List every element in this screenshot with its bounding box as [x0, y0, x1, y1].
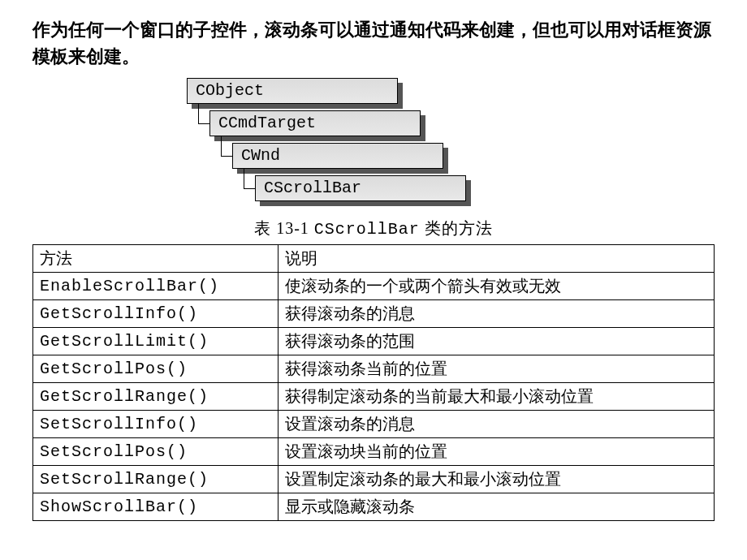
table-row: SetScrollRange()设置制定滚动条的最大和最小滚动位置 [33, 466, 715, 493]
method-cell: GetScrollPos() [33, 355, 279, 383]
table-row: EnableScrollBar()使滚动条的一个或两个箭头有效或无效 [33, 273, 715, 300]
method-cell: SetScrollPos() [33, 438, 279, 466]
hierarchy-label: CScrollBar [255, 175, 466, 201]
table-row: GetScrollRange()获得制定滚动条的当前最大和最小滚动位置 [33, 383, 715, 411]
method-cell: GetScrollLimit() [33, 328, 279, 355]
desc-cell: 获得滚动条的范围 [279, 328, 715, 355]
caption-suffix: 类的方法 [420, 219, 493, 237]
table-row: GetScrollInfo()获得滚动条的消息 [33, 300, 715, 328]
hierarchy-node: CWnd [232, 143, 443, 169]
hierarchy-label: CCmdTarget [209, 110, 421, 136]
hierarchy-label: CWnd [232, 143, 443, 169]
table-row: ShowScrollBar()显示或隐藏滚动条 [33, 493, 715, 521]
desc-cell: 显示或隐藏滚动条 [279, 493, 715, 521]
table-caption: 表 13-1 CScrollBar 类的方法 [32, 218, 715, 239]
desc-cell: 获得滚动条的消息 [279, 300, 715, 328]
methods-table: 方法 说明 EnableScrollBar()使滚动条的一个或两个箭头有效或无效… [32, 244, 715, 521]
caption-prefix: 表 13-1 [254, 219, 314, 237]
class-hierarchy-diagram: CObject CCmdTarget CWnd CScrollBar [187, 78, 560, 201]
col-desc-header: 说明 [279, 245, 715, 273]
intro-paragraph: 作为任何一个窗口的子控件，滚动条可以通过通知代码来创建，但也可以用对话框资源模板… [32, 16, 715, 70]
hierarchy-node: CObject [187, 78, 398, 104]
method-cell: GetScrollRange() [33, 383, 279, 411]
method-cell: EnableScrollBar() [33, 273, 279, 300]
method-cell: SetScrollInfo() [33, 411, 279, 438]
hierarchy-node: CScrollBar [255, 175, 466, 201]
desc-cell: 设置滚动块当前的位置 [279, 438, 715, 466]
method-cell: GetScrollInfo() [33, 300, 279, 328]
col-method-header: 方法 [33, 245, 279, 273]
method-cell: SetScrollRange() [33, 466, 279, 493]
desc-cell: 获得制定滚动条的当前最大和最小滚动位置 [279, 383, 715, 411]
table-row: SetScrollPos()设置滚动块当前的位置 [33, 438, 715, 466]
table-row: SetScrollInfo()设置滚动条的消息 [33, 411, 715, 438]
desc-cell: 获得滚动条当前的位置 [279, 355, 715, 383]
method-cell: ShowScrollBar() [33, 493, 279, 521]
hierarchy-label: CObject [187, 78, 398, 104]
hierarchy-node: CCmdTarget [209, 110, 421, 136]
desc-cell: 设置滚动条的消息 [279, 411, 715, 438]
desc-cell: 设置制定滚动条的最大和最小滚动位置 [279, 466, 715, 493]
desc-cell: 使滚动条的一个或两个箭头有效或无效 [279, 273, 715, 300]
table-row: GetScrollPos()获得滚动条当前的位置 [33, 355, 715, 383]
table-row: GetScrollLimit()获得滚动条的范围 [33, 328, 715, 355]
caption-class: CScrollBar [314, 220, 420, 239]
